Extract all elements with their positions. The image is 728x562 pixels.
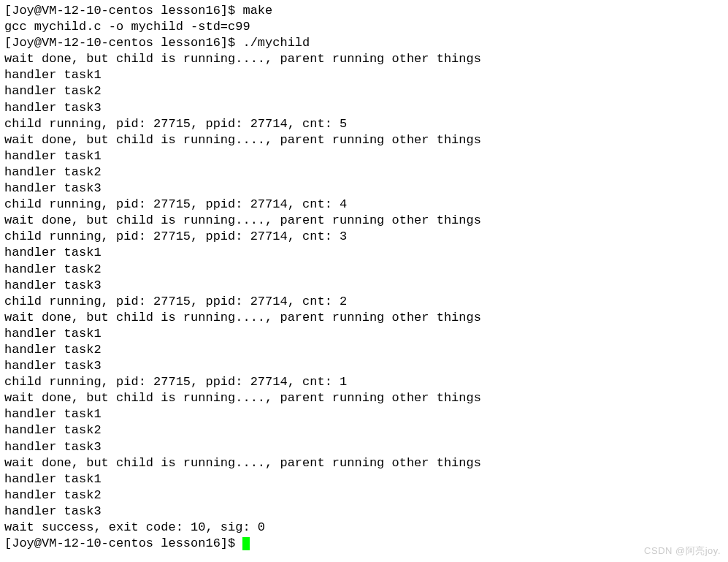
terminal-line: child running, pid: 27715, ppid: 27714, … [4,229,724,245]
terminal-line: handler task1 [4,148,724,164]
terminal-line: wait done, but child is running...., par… [4,213,724,229]
terminal-line: [Joy@VM-12-10-centos lesson16]$ ./mychil… [4,35,724,51]
terminal-line: handler task1 [4,245,724,261]
watermark: CSDN @阿亮joy. [644,545,721,555]
terminal-prompt-line[interactable]: [Joy@VM-12-10-centos lesson16]$ [4,536,724,552]
terminal-line: handler task3 [4,100,724,116]
terminal-line: wait done, but child is running...., par… [4,310,724,326]
terminal-line: handler task3 [4,504,724,520]
terminal-line: handler task1 [4,406,724,422]
terminal-line: handler task1 [4,471,724,487]
terminal-line: handler task2 [4,83,724,99]
terminal-line: wait done, but child is running...., par… [4,132,724,148]
terminal-line: child running, pid: 27715, ppid: 27714, … [4,197,724,213]
terminal-prompt: [Joy@VM-12-10-centos lesson16]$ [4,536,242,550]
terminal-output[interactable]: [Joy@VM-12-10-centos lesson16]$ make gcc… [4,3,724,552]
terminal-line: wait done, but child is running...., par… [4,455,724,471]
terminal-line: handler task3 [4,439,724,455]
terminal-line: handler task3 [4,181,724,197]
terminal-line: handler task2 [4,342,724,358]
terminal-line: handler task2 [4,164,724,181]
terminal-line: handler task1 [4,326,724,342]
terminal-line: wait done, but child is running...., par… [4,390,724,406]
terminal-line: wait success, exit code: 10, sig: 0 [4,520,724,536]
terminal-line: handler task3 [4,278,724,294]
terminal-line: [Joy@VM-12-10-centos lesson16]$ make [4,3,724,19]
terminal-line: wait done, but child is running...., par… [4,51,724,67]
terminal-line: handler task1 [4,67,724,83]
terminal-line: child running, pid: 27715, ppid: 27714, … [4,116,724,132]
terminal-line: handler task3 [4,358,724,374]
cursor-icon [242,537,250,550]
terminal-line: child running, pid: 27715, ppid: 27714, … [4,374,724,390]
terminal-line: child running, pid: 27715, ppid: 27714, … [4,294,724,310]
terminal-line: handler task2 [4,422,724,438]
terminal-line: handler task2 [4,262,724,278]
terminal-line: gcc mychild.c -o mychild -std=c99 [4,19,724,35]
terminal-line: handler task2 [4,487,724,504]
